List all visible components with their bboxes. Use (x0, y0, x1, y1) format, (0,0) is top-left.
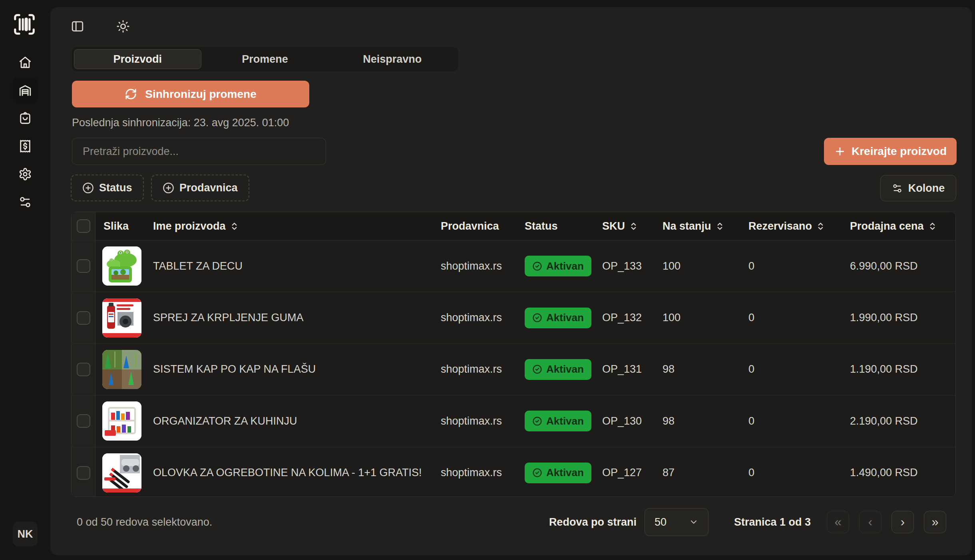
sliders-icon (18, 195, 32, 209)
selection-count-text: 0 od 50 redova selektovano. (77, 516, 212, 528)
product-name: OLOVKA ZA OGREBOTINE NA KOLIMA - 1+1 GRA… (153, 467, 441, 479)
row-checkbox[interactable] (77, 259, 90, 273)
sort-icon (715, 222, 724, 231)
row-checkbox[interactable] (77, 466, 90, 480)
product-image-cell (96, 298, 153, 338)
table-row[interactable]: OLOVKA ZA OGREBOTINE NA KOLIMA - 1+1 GRA… (72, 447, 955, 497)
barcode-scan-icon (12, 12, 37, 37)
search-input[interactable] (72, 138, 326, 165)
sidebar-item-products[interactable] (12, 77, 38, 103)
column-header-rezervisano[interactable]: Rezervisano (748, 220, 850, 232)
row-checkbox[interactable] (77, 414, 90, 428)
product-image (102, 350, 141, 389)
product-price: 6.990,00 RSD (850, 260, 956, 272)
table-header-row: Slika Ime proizvoda Prodavnica Status SK… (72, 212, 955, 240)
sidebar-item-preferences[interactable] (12, 189, 38, 215)
filter-status-button[interactable]: Status (71, 175, 144, 201)
chevron-down-icon (689, 517, 698, 527)
row-checkbox[interactable] (77, 311, 90, 325)
sidebar-toggle-button[interactable] (68, 17, 87, 36)
tab-neispravno[interactable]: Neispravno (328, 49, 456, 69)
product-shop: shoptimax.rs (441, 415, 525, 427)
main-panel: Proizvodi Promene Neispravno Sinhronizuj… (50, 7, 972, 555)
sidebar-item-orders[interactable] (12, 105, 38, 131)
product-sku: OP_130 (602, 415, 663, 427)
column-header-prodavnica: Prodavnica (441, 220, 525, 232)
chevron-left-icon: ‹ (868, 515, 872, 529)
product-name: SISTEM KAP PO KAP NA FLAŠU (153, 363, 441, 375)
circle-plus-icon (82, 182, 94, 194)
row-checkbox-cell (72, 344, 96, 395)
warehouse-icon (18, 83, 32, 97)
row-checkbox[interactable] (77, 363, 90, 376)
status-badge: Aktivan (525, 411, 591, 431)
chevrons-right-icon: » (931, 515, 938, 529)
column-header-na-stanju[interactable]: Na stanju (663, 220, 748, 232)
receipt-icon (18, 139, 32, 153)
status-badge: Aktivan (525, 463, 591, 483)
rows-per-page-label: Redova po strani (549, 516, 637, 528)
product-image (102, 401, 141, 441)
panel-left-icon (71, 20, 84, 33)
last-page-button[interactable]: » (924, 511, 946, 533)
pager: « ‹ › » (827, 511, 946, 533)
row-checkbox-cell (72, 447, 96, 497)
brand-logo[interactable] (12, 12, 37, 37)
column-header-sku[interactable]: SKU (602, 220, 663, 232)
columns-label: Kolone (908, 182, 945, 195)
product-sku: OP_127 (602, 467, 663, 479)
product-shop: shoptimax.rs (441, 260, 525, 272)
previous-page-button[interactable]: ‹ (859, 511, 881, 533)
user-avatar[interactable]: NK (13, 522, 38, 546)
column-header-ime-proizvoda[interactable]: Ime proizvoda (153, 220, 441, 232)
sidebar-item-billing[interactable] (12, 133, 38, 159)
status-cell: Aktivan (525, 411, 602, 431)
shopping-bag-icon (18, 111, 32, 125)
product-sku: OP_132 (602, 312, 663, 324)
check-circle-icon (532, 364, 542, 374)
home-icon (18, 56, 32, 69)
filter-shop-label: Prodavnica (179, 182, 238, 194)
table-row[interactable]: SISTEM KAP PO KAP NA FLAŠU shoptimax.rs … (72, 344, 955, 395)
product-stock: 100 (663, 312, 748, 324)
sidebar-nav (0, 50, 50, 215)
product-shop: shoptimax.rs (441, 467, 525, 479)
product-reserved: 0 (748, 312, 850, 324)
row-checkbox-cell (72, 292, 96, 343)
column-header-prodajna-cena[interactable]: Prodajna cena (850, 220, 956, 232)
product-price: 2.190,00 RSD (850, 415, 956, 427)
products-table: Slika Ime proizvoda Prodavnica Status SK… (71, 212, 956, 497)
first-page-button[interactable]: « (827, 511, 849, 533)
product-reserved: 0 (748, 363, 850, 375)
refresh-icon (125, 88, 137, 100)
theme-toggle-button[interactable] (113, 17, 133, 36)
columns-button[interactable]: Kolone (880, 175, 956, 201)
create-product-button[interactable]: Kreirajte proizvod (824, 138, 957, 165)
check-circle-icon (532, 416, 542, 426)
tab-proizvodi[interactable]: Proizvodi (74, 49, 201, 69)
status-cell: Aktivan (525, 359, 602, 380)
sidebar-item-home[interactable] (12, 50, 38, 75)
product-image-cell (96, 453, 153, 492)
status-badge: Aktivan (525, 359, 591, 380)
sync-changes-button[interactable]: Sinhronizuj promene (72, 81, 309, 107)
product-image-cell (96, 401, 153, 441)
column-header-slika: Slika (96, 220, 153, 232)
sort-icon (230, 222, 239, 231)
table-row[interactable]: TABLET ZA DECU shoptimax.rs Aktivan OP_1… (72, 240, 955, 292)
plus-icon (834, 145, 846, 157)
sliders-icon (892, 183, 903, 194)
status-badge: Aktivan (525, 256, 591, 276)
rows-per-page-select[interactable]: 50 (645, 508, 708, 536)
table-row[interactable]: ORGANIZATOR ZA KUHINJU shoptimax.rs Akti… (72, 395, 955, 447)
app-root: NK Proizvodi Promene Neispravno (0, 0, 975, 560)
sidebar: NK (0, 0, 50, 560)
tab-promene[interactable]: Promene (201, 49, 329, 69)
sidebar-item-settings[interactable] (12, 161, 38, 187)
table-row[interactable]: SPREJ ZA KRPLJENJE GUMA shoptimax.rs Akt… (72, 292, 955, 343)
select-all-checkbox[interactable] (77, 219, 90, 233)
filter-shop-button[interactable]: Prodavnica (151, 175, 249, 201)
next-page-button[interactable]: › (891, 511, 914, 533)
product-reserved: 0 (748, 467, 850, 479)
sort-icon (816, 222, 825, 231)
